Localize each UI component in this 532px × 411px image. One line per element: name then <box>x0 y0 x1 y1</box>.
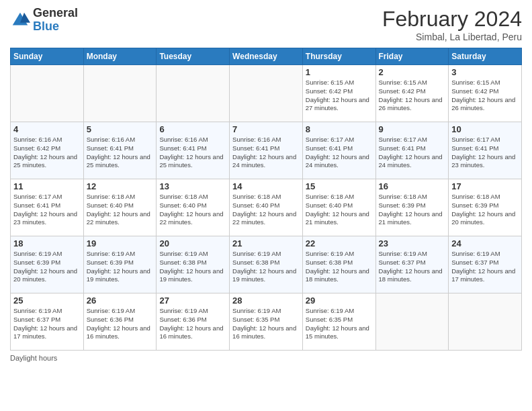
daylight-label: Daylight hours <box>10 354 57 362</box>
day-info: Sunrise: 6:15 AM Sunset: 6:42 PM Dayligh… <box>379 79 446 113</box>
day-info: Sunrise: 6:19 AM Sunset: 6:35 PM Dayligh… <box>306 307 373 341</box>
day-number: 2 <box>379 67 446 77</box>
day-number: 27 <box>159 295 226 306</box>
title-block: February 2024 Simbal, La Libertad, Peru <box>382 7 522 42</box>
day-number: 21 <box>232 238 300 248</box>
day-info: Sunrise: 6:16 AM Sunset: 6:41 PM Dayligh… <box>87 136 154 170</box>
calendar-day-cell: 22Sunrise: 6:19 AM Sunset: 6:38 PM Dayli… <box>302 236 375 293</box>
day-info: Sunrise: 6:19 AM Sunset: 6:38 PM Dayligh… <box>306 250 373 284</box>
calendar-day-cell: 21Sunrise: 6:19 AM Sunset: 6:38 PM Dayli… <box>230 236 303 293</box>
calendar-day-cell <box>11 65 84 122</box>
calendar-day-cell: 12Sunrise: 6:18 AM Sunset: 6:40 PM Dayli… <box>83 179 157 236</box>
logo-blue: Blue <box>33 20 78 34</box>
day-number: 4 <box>13 124 81 134</box>
calendar-day-cell: 29Sunrise: 6:19 AM Sunset: 6:35 PM Dayli… <box>302 293 375 351</box>
calendar-day-cell: 19Sunrise: 6:19 AM Sunset: 6:39 PM Dayli… <box>83 236 157 293</box>
day-info: Sunrise: 6:18 AM Sunset: 6:40 PM Dayligh… <box>306 193 373 227</box>
day-number: 6 <box>159 124 226 134</box>
day-number: 17 <box>451 181 519 191</box>
calendar-day-cell <box>375 293 449 351</box>
header: General Blue February 2024 Simbal, La Li… <box>10 7 522 42</box>
day-info: Sunrise: 6:19 AM Sunset: 6:37 PM Dayligh… <box>451 250 519 284</box>
calendar-day-cell: 7Sunrise: 6:16 AM Sunset: 6:41 PM Daylig… <box>230 122 303 179</box>
calendar-day-cell: 17Sunrise: 6:18 AM Sunset: 6:39 PM Dayli… <box>449 179 522 236</box>
day-number: 20 <box>159 238 226 248</box>
day-info: Sunrise: 6:16 AM Sunset: 6:41 PM Dayligh… <box>159 136 226 170</box>
day-info: Sunrise: 6:19 AM Sunset: 6:39 PM Dayligh… <box>13 250 81 284</box>
calendar-day-cell: 20Sunrise: 6:19 AM Sunset: 6:38 PM Dayli… <box>157 236 230 293</box>
calendar-day-cell: 15Sunrise: 6:18 AM Sunset: 6:40 PM Dayli… <box>302 179 375 236</box>
day-info: Sunrise: 6:19 AM Sunset: 6:38 PM Dayligh… <box>232 250 300 284</box>
day-info: Sunrise: 6:19 AM Sunset: 6:37 PM Dayligh… <box>13 307 81 341</box>
page: General Blue February 2024 Simbal, La Li… <box>0 0 532 411</box>
calendar-day-cell: 18Sunrise: 6:19 AM Sunset: 6:39 PM Dayli… <box>11 236 84 293</box>
day-number: 8 <box>306 124 373 134</box>
day-info: Sunrise: 6:17 AM Sunset: 6:41 PM Dayligh… <box>451 136 519 170</box>
calendar-day-header: Saturday <box>449 48 522 65</box>
logo-general: General <box>33 7 78 20</box>
calendar-day-header: Monday <box>83 48 157 65</box>
calendar-day-cell: 16Sunrise: 6:18 AM Sunset: 6:39 PM Dayli… <box>375 179 449 236</box>
calendar-day-header: Sunday <box>11 48 84 65</box>
day-number: 16 <box>379 181 446 191</box>
day-info: Sunrise: 6:16 AM Sunset: 6:42 PM Dayligh… <box>13 136 81 170</box>
day-number: 25 <box>13 295 81 306</box>
day-number: 24 <box>451 238 519 248</box>
calendar-week-row: 4Sunrise: 6:16 AM Sunset: 6:42 PM Daylig… <box>11 122 522 179</box>
day-number: 5 <box>87 124 154 134</box>
calendar-day-cell: 23Sunrise: 6:19 AM Sunset: 6:37 PM Dayli… <box>375 236 449 293</box>
day-number: 1 <box>306 67 373 77</box>
calendar-day-cell: 27Sunrise: 6:19 AM Sunset: 6:36 PM Dayli… <box>157 293 230 351</box>
day-number: 26 <box>87 295 154 306</box>
calendar-week-row: 25Sunrise: 6:19 AM Sunset: 6:37 PM Dayli… <box>11 293 522 351</box>
calendar-day-cell: 13Sunrise: 6:18 AM Sunset: 6:40 PM Dayli… <box>157 179 230 236</box>
day-number: 15 <box>306 181 373 191</box>
calendar-day-cell: 26Sunrise: 6:19 AM Sunset: 6:36 PM Dayli… <box>83 293 157 351</box>
calendar-day-cell: 14Sunrise: 6:18 AM Sunset: 6:40 PM Dayli… <box>230 179 303 236</box>
day-info: Sunrise: 6:18 AM Sunset: 6:40 PM Dayligh… <box>232 193 300 227</box>
calendar-day-cell <box>449 293 522 351</box>
day-info: Sunrise: 6:19 AM Sunset: 6:37 PM Dayligh… <box>379 250 446 284</box>
day-number: 28 <box>232 295 300 306</box>
day-number: 14 <box>232 181 300 191</box>
calendar-week-row: 11Sunrise: 6:17 AM Sunset: 6:41 PM Dayli… <box>11 179 522 236</box>
logo: General Blue <box>10 7 78 34</box>
calendar-day-cell: 9Sunrise: 6:17 AM Sunset: 6:41 PM Daylig… <box>375 122 449 179</box>
calendar-day-header: Wednesday <box>230 48 303 65</box>
day-number: 3 <box>451 67 519 77</box>
day-number: 7 <box>232 124 300 134</box>
day-number: 10 <box>451 124 519 134</box>
calendar-day-cell: 11Sunrise: 6:17 AM Sunset: 6:41 PM Dayli… <box>11 179 84 236</box>
day-number: 29 <box>306 295 373 306</box>
calendar-day-cell: 28Sunrise: 6:19 AM Sunset: 6:35 PM Dayli… <box>230 293 303 351</box>
day-info: Sunrise: 6:18 AM Sunset: 6:40 PM Dayligh… <box>159 193 226 227</box>
calendar-day-header: Tuesday <box>157 48 230 65</box>
day-info: Sunrise: 6:18 AM Sunset: 6:40 PM Dayligh… <box>87 193 154 227</box>
calendar-day-cell <box>230 65 303 122</box>
day-number: 9 <box>379 124 446 134</box>
day-number: 18 <box>13 238 81 248</box>
day-info: Sunrise: 6:19 AM Sunset: 6:39 PM Dayligh… <box>87 250 154 284</box>
day-info: Sunrise: 6:19 AM Sunset: 6:36 PM Dayligh… <box>87 307 154 341</box>
calendar-day-cell: 2Sunrise: 6:15 AM Sunset: 6:42 PM Daylig… <box>375 65 449 122</box>
calendar-day-cell: 4Sunrise: 6:16 AM Sunset: 6:42 PM Daylig… <box>11 122 84 179</box>
footer: Daylight hours <box>10 354 522 362</box>
day-info: Sunrise: 6:18 AM Sunset: 6:39 PM Dayligh… <box>451 193 519 227</box>
calendar-day-cell: 3Sunrise: 6:15 AM Sunset: 6:42 PM Daylig… <box>449 65 522 122</box>
calendar-day-cell: 10Sunrise: 6:17 AM Sunset: 6:41 PM Dayli… <box>449 122 522 179</box>
calendar-day-cell: 1Sunrise: 6:15 AM Sunset: 6:42 PM Daylig… <box>302 65 375 122</box>
calendar-week-row: 18Sunrise: 6:19 AM Sunset: 6:39 PM Dayli… <box>11 236 522 293</box>
calendar-day-cell: 5Sunrise: 6:16 AM Sunset: 6:41 PM Daylig… <box>83 122 157 179</box>
day-info: Sunrise: 6:17 AM Sunset: 6:41 PM Dayligh… <box>379 136 446 170</box>
month-title: February 2024 <box>382 7 522 32</box>
location: Simbal, La Libertad, Peru <box>382 32 522 42</box>
day-number: 13 <box>159 181 226 191</box>
calendar-day-cell <box>157 65 230 122</box>
calendar-day-header: Friday <box>375 48 449 65</box>
calendar-day-cell: 8Sunrise: 6:17 AM Sunset: 6:41 PM Daylig… <box>302 122 375 179</box>
day-number: 19 <box>87 238 154 248</box>
day-info: Sunrise: 6:19 AM Sunset: 6:38 PM Dayligh… <box>159 250 226 284</box>
calendar-header-row: SundayMondayTuesdayWednesdayThursdayFrid… <box>11 48 522 65</box>
day-number: 22 <box>306 238 373 248</box>
logo-icon <box>10 10 30 30</box>
